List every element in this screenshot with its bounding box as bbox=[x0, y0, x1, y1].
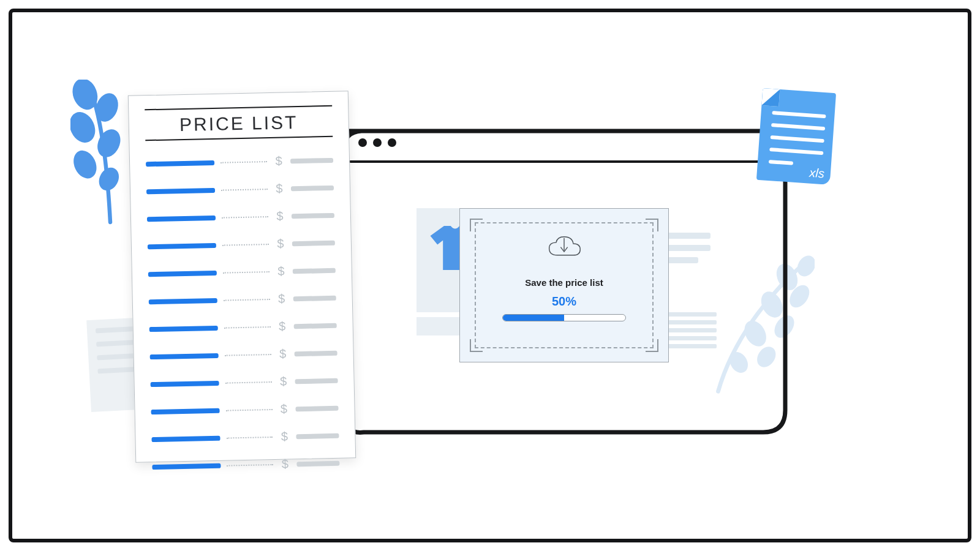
cloud-download-icon bbox=[546, 234, 582, 262]
leader-dots bbox=[221, 189, 268, 191]
currency-symbol: $ bbox=[275, 236, 286, 250]
window-dot-icon bbox=[373, 138, 382, 147]
xls-file-label: xls bbox=[809, 166, 825, 181]
item-price-placeholder bbox=[291, 185, 334, 190]
item-name-placeholder bbox=[150, 353, 219, 359]
item-price-placeholder bbox=[296, 433, 339, 438]
corner-mark-icon bbox=[470, 219, 483, 232]
price-list-title: PRICE LIST bbox=[145, 111, 333, 136]
currency-symbol: $ bbox=[276, 319, 287, 333]
item-name-placeholder bbox=[148, 242, 216, 249]
currency-symbol: $ bbox=[279, 429, 290, 443]
price-list-row: $ bbox=[149, 291, 336, 309]
item-name-placeholder bbox=[151, 380, 219, 386]
item-name-placeholder bbox=[152, 463, 221, 469]
progress-bar bbox=[502, 314, 626, 321]
price-list-row: $ bbox=[151, 401, 338, 419]
price-list-row: $ bbox=[146, 181, 334, 198]
currency-symbol: $ bbox=[277, 347, 288, 361]
item-price-placeholder bbox=[296, 460, 339, 466]
leader-dots bbox=[225, 354, 271, 356]
item-price-placeholder bbox=[295, 405, 338, 411]
xls-file-icon: xls bbox=[756, 88, 836, 185]
corner-mark-icon bbox=[470, 339, 483, 352]
modal-title: Save the price list bbox=[460, 277, 668, 288]
price-list-row: $ bbox=[148, 236, 335, 253]
item-name-placeholder bbox=[146, 187, 215, 193]
browser-window: Save the price list 50% bbox=[337, 122, 790, 441]
item-price-placeholder bbox=[293, 295, 336, 301]
item-price-placeholder bbox=[295, 350, 337, 356]
item-price-placeholder bbox=[293, 268, 336, 273]
item-name-placeholder bbox=[146, 160, 214, 166]
item-name-placeholder bbox=[148, 270, 217, 276]
leader-dots bbox=[226, 409, 273, 411]
save-progress-modal: Save the price list 50% bbox=[459, 208, 669, 362]
text-placeholder-group bbox=[668, 312, 717, 348]
currency-symbol: $ bbox=[278, 402, 289, 416]
currency-symbol: $ bbox=[279, 457, 290, 471]
price-list-row: $ bbox=[150, 373, 337, 391]
item-name-placeholder bbox=[151, 435, 220, 441]
corner-mark-icon bbox=[645, 339, 658, 352]
svg-point-3 bbox=[93, 126, 125, 161]
progress-percent-label: 50% bbox=[460, 294, 668, 309]
leader-dots bbox=[224, 326, 271, 329]
price-list-sheet: PRICE LIST $$$$$$$$$$$$ bbox=[128, 91, 356, 462]
currency-symbol: $ bbox=[277, 374, 288, 388]
price-list-row: $ bbox=[149, 318, 337, 336]
price-list-row: $ bbox=[147, 208, 334, 226]
leader-dots bbox=[222, 244, 269, 246]
leader-dots bbox=[226, 437, 273, 439]
price-list-row: $ bbox=[146, 153, 333, 171]
window-dot-icon bbox=[358, 138, 367, 147]
browser-traffic-lights bbox=[358, 138, 396, 147]
svg-point-6 bbox=[794, 252, 815, 280]
text-placeholder-group bbox=[668, 233, 710, 263]
price-list-row: $ bbox=[152, 456, 339, 474]
svg-point-5 bbox=[95, 164, 123, 194]
currency-symbol: $ bbox=[273, 154, 284, 168]
price-list-row: $ bbox=[148, 263, 336, 281]
image-frame: xls bbox=[9, 9, 971, 542]
item-name-placeholder bbox=[149, 325, 218, 331]
leader-dots bbox=[225, 381, 272, 384]
window-dot-icon bbox=[388, 138, 396, 147]
item-price-placeholder bbox=[295, 378, 338, 383]
leader-dots bbox=[221, 161, 267, 163]
price-list-row: $ bbox=[149, 346, 337, 364]
leader-dots bbox=[222, 216, 268, 219]
item-name-placeholder bbox=[151, 408, 220, 414]
svg-point-4 bbox=[70, 147, 101, 182]
item-price-placeholder bbox=[290, 157, 333, 163]
item-price-placeholder bbox=[294, 323, 337, 328]
currency-symbol: $ bbox=[274, 209, 285, 223]
leader-dots bbox=[227, 463, 273, 466]
item-name-placeholder bbox=[149, 298, 217, 304]
price-list-row: $ bbox=[151, 429, 339, 446]
item-price-placeholder bbox=[292, 212, 334, 218]
currency-symbol: $ bbox=[274, 182, 285, 196]
item-price-placeholder bbox=[292, 240, 335, 246]
currency-symbol: $ bbox=[276, 291, 287, 305]
leader-dots bbox=[223, 271, 270, 274]
leader-dots bbox=[224, 299, 270, 301]
corner-mark-icon bbox=[645, 219, 658, 232]
item-name-placeholder bbox=[147, 215, 216, 221]
progress-bar-fill bbox=[503, 315, 564, 321]
currency-symbol: $ bbox=[276, 264, 287, 278]
